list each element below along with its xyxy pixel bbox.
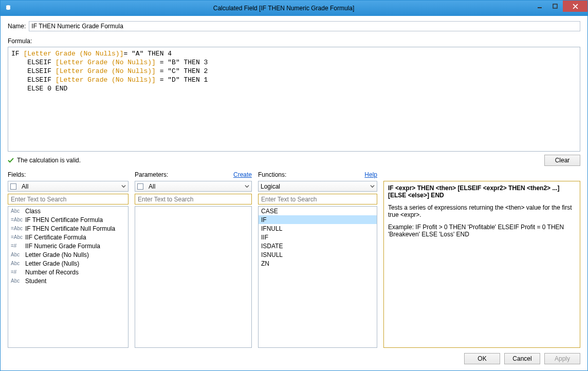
formula-editor[interactable]: IF [Letter Grade (No Nulls)]= "A" THEN 4…	[8, 47, 580, 152]
eabc-type-icon	[11, 234, 22, 240]
function-help-text: IF <expr> THEN <then> [ELSEIF <expr2> TH…	[383, 181, 580, 348]
functions-help-link[interactable]: Help	[364, 171, 377, 178]
close-button[interactable]	[563, 1, 587, 12]
eabc-type-icon	[11, 226, 22, 231]
clear-button[interactable]: Clear	[544, 155, 580, 166]
list-item[interactable]: Number of Records	[8, 268, 128, 276]
panels: Fields: All ClassIF THEN Certificate For…	[8, 171, 580, 348]
minimize-button[interactable]	[532, 1, 547, 12]
functions-search-input[interactable]	[258, 194, 377, 205]
window-buttons	[532, 1, 587, 12]
name-row: Name:	[8, 21, 580, 31]
list-item[interactable]: IIF	[259, 233, 377, 242]
list-item[interactable]: CASE	[259, 207, 377, 215]
field-item-label: IF THEN Certificate Formula	[25, 216, 103, 224]
list-item[interactable]: Letter Grade (Nulls)	[8, 259, 128, 268]
list-item[interactable]: ZN	[259, 259, 377, 268]
parameters-listbox[interactable]	[135, 206, 252, 348]
function-item-label: IIF	[261, 234, 268, 241]
abc-type-icon	[11, 261, 22, 266]
functions-panel: Functions: Help Logical CASEIFIFNULLIIFI…	[258, 171, 377, 348]
abc-type-icon	[11, 278, 22, 284]
help-description: Tests a series of expressions returning …	[388, 204, 576, 218]
name-label: Name:	[8, 23, 26, 30]
cancel-button[interactable]: Cancel	[504, 353, 540, 364]
svg-rect-2	[553, 4, 557, 8]
chevron-down-icon	[245, 183, 249, 190]
parameters-label: Parameters:	[135, 171, 168, 178]
titlebar[interactable]: Calculated Field [IF THEN Numeric Grade …	[1, 1, 587, 16]
list-item[interactable]: Student	[8, 276, 128, 285]
list-item[interactable]: IF THEN Certificate Formula	[8, 215, 128, 224]
list-item[interactable]: IFNULL	[259, 224, 377, 233]
functions-filter-combo[interactable]: Logical	[258, 181, 377, 192]
apply-button[interactable]: Apply	[544, 353, 580, 364]
dialog-buttons: OK Cancel Apply	[8, 353, 580, 364]
svg-rect-1	[538, 7, 542, 8]
field-item-label: IIF Certificate Formula	[25, 234, 86, 241]
maximize-button[interactable]	[547, 1, 563, 12]
chevron-down-icon	[370, 183, 375, 190]
fields-filter-combo[interactable]: All	[8, 181, 128, 192]
checkbox-icon	[137, 183, 143, 190]
parameters-panel: Parameters: Create All	[135, 171, 252, 348]
fields-panel: Fields: All ClassIF THEN Certificate For…	[8, 171, 128, 348]
functions-filter-value: Logical	[261, 183, 280, 190]
list-item[interactable]: IIF Certificate Formula	[8, 233, 128, 242]
abc-type-icon	[11, 208, 22, 214]
chevron-down-icon	[121, 183, 126, 190]
fields-search-input[interactable]	[8, 194, 128, 205]
formula-label: Formula:	[8, 38, 580, 45]
parameters-filter-value: All	[149, 183, 155, 190]
field-item-label: IF THEN Certificate Null Formula	[25, 225, 115, 232]
status-row: The calculation is valid. Clear	[8, 155, 580, 166]
window-title: Calculated Field [IF THEN Numeric Grade …	[16, 5, 552, 12]
list-item[interactable]: Letter Grade (No Nulls)	[8, 250, 128, 259]
function-item-label: CASE	[261, 208, 278, 215]
abc-type-icon	[11, 252, 22, 257]
function-item-label: ISDATE	[261, 243, 283, 250]
function-item-label: ZN	[261, 260, 269, 267]
function-item-label: IF	[261, 216, 267, 224]
field-item-label: IIF Numeric Grade Formula	[25, 243, 100, 250]
list-item[interactable]: IF	[259, 215, 377, 224]
functions-label: Functions:	[258, 171, 286, 178]
list-item[interactable]: ISNULL	[259, 250, 377, 259]
fields-filter-value: All	[22, 183, 28, 190]
parameters-filter-combo[interactable]: All	[135, 181, 252, 192]
app-icon	[5, 4, 13, 12]
parameters-search-input[interactable]	[135, 194, 252, 205]
field-item-label: Letter Grade (Nulls)	[25, 260, 79, 267]
validity-status-text: The calculation is valid.	[17, 157, 81, 164]
ehash-type-icon	[11, 269, 22, 275]
fields-label: Fields:	[8, 171, 26, 178]
checkbox-icon	[10, 183, 16, 190]
function-item-label: ISNULL	[261, 251, 283, 258]
help-example: Example: IF Profit > 0 THEN 'Profitable'…	[388, 224, 576, 238]
eabc-type-icon	[11, 217, 22, 222]
list-item[interactable]: IF THEN Certificate Null Formula	[8, 224, 128, 233]
ok-button[interactable]: OK	[464, 353, 500, 364]
dialog-window: Calculated Field [IF THEN Numeric Grade …	[0, 0, 588, 371]
list-item[interactable]: Class	[8, 207, 128, 215]
name-input[interactable]	[29, 21, 580, 31]
field-item-label: Student	[25, 277, 46, 285]
parameters-create-link[interactable]: Create	[233, 171, 252, 178]
fields-listbox[interactable]: ClassIF THEN Certificate FormulaIF THEN …	[8, 206, 128, 348]
field-item-label: Class	[25, 208, 41, 215]
functions-listbox[interactable]: CASEIFIFNULLIIFISDATEISNULLZN	[258, 206, 377, 348]
field-item-label: Letter Grade (No Nulls)	[25, 251, 89, 258]
list-item[interactable]: ISDATE	[259, 242, 377, 250]
validity-check-icon	[8, 157, 14, 163]
function-item-label: IFNULL	[261, 225, 282, 232]
field-item-label: Number of Records	[25, 269, 79, 276]
list-item[interactable]: IIF Numeric Grade Formula	[8, 242, 128, 250]
function-help-panel: IF <expr> THEN <then> [ELSEIF <expr2> TH…	[383, 171, 580, 348]
client-area: Name: Formula: IF [Letter Grade (No Null…	[1, 16, 587, 370]
ehash-type-icon	[11, 243, 22, 249]
help-signature: IF <expr> THEN <then> [ELSEIF <expr2> TH…	[388, 184, 576, 199]
